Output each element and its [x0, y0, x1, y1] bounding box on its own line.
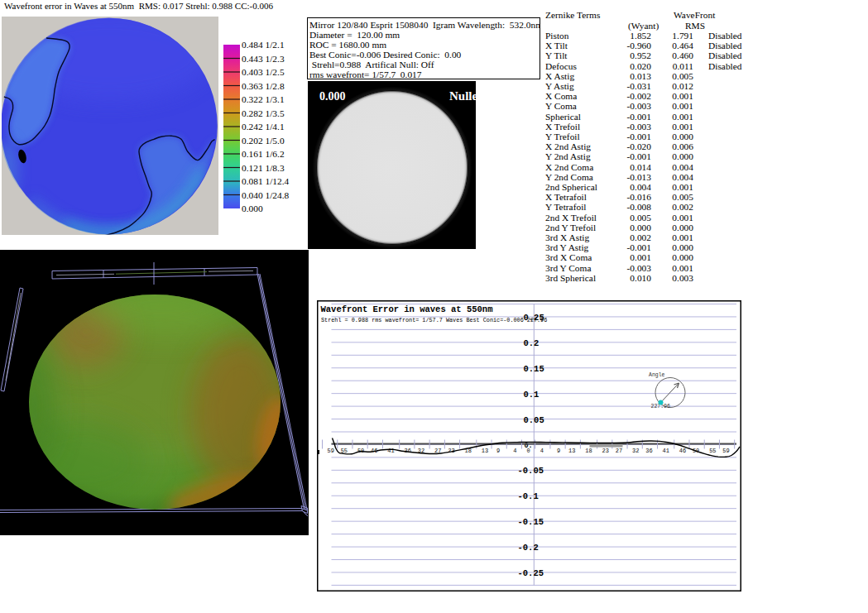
svg-text:4: 4: [540, 448, 544, 454]
svg-text:13: 13: [568, 448, 575, 454]
svg-text:0.2: 0.2: [524, 338, 540, 348]
svg-text:46: 46: [679, 448, 686, 454]
svg-text:36: 36: [645, 448, 652, 454]
svg-text:41: 41: [662, 448, 669, 454]
svg-text:9: 9: [557, 448, 560, 454]
svg-text:4: 4: [513, 448, 516, 454]
svg-text:0.05: 0.05: [524, 415, 544, 425]
svg-text:59: 59: [722, 448, 729, 454]
svg-text:50: 50: [357, 448, 364, 454]
svg-text:32: 32: [632, 448, 639, 454]
svg-text:9: 9: [496, 448, 500, 454]
svg-text:13: 13: [482, 448, 488, 454]
svg-text:41: 41: [387, 448, 394, 454]
svg-text:18: 18: [585, 448, 592, 454]
svg-text:55: 55: [709, 448, 716, 454]
svg-text:Strehl = 0.988 rms wavefront=: Strehl = 0.988 rms wavefront= 1/57.7 Wav…: [321, 317, 547, 323]
svg-text:Wavefront Error in waves at 55: Wavefront Error in waves at 550nm: [321, 304, 493, 314]
svg-text:36: 36: [405, 448, 411, 454]
svg-text:27: 27: [616, 448, 622, 454]
svg-text:Angle: Angle: [649, 372, 665, 378]
svg-text:-0.05: -0.05: [518, 466, 544, 476]
svg-text:-0.15: -0.15: [518, 517, 544, 527]
svg-text:23: 23: [602, 448, 609, 454]
svg-text:0.15: 0.15: [524, 364, 544, 374]
svg-text:0: 0: [526, 448, 530, 454]
svg-text:59: 59: [327, 448, 333, 454]
svg-text:-0.1: -0.1: [518, 491, 539, 501]
svg-text:-0.25: -0.25: [518, 568, 544, 578]
svg-text:-0.2: -0.2: [518, 543, 539, 553]
svg-text:0.1: 0.1: [524, 390, 540, 400]
